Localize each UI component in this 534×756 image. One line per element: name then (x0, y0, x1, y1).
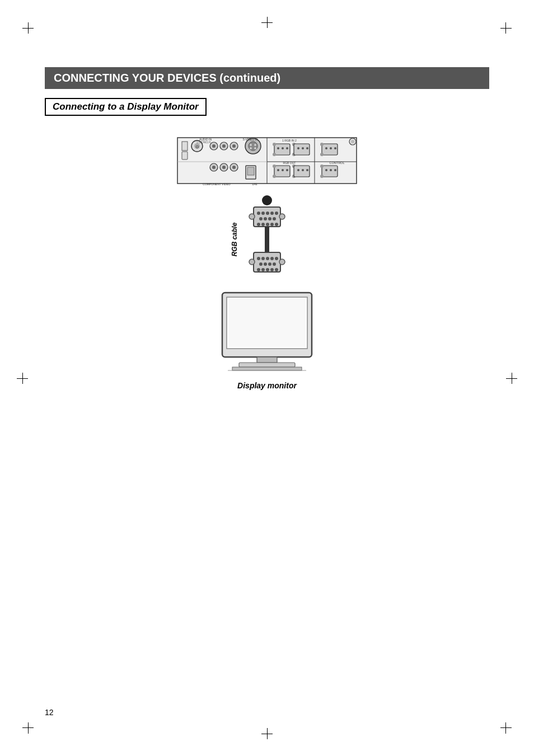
svg-rect-114 (228, 299, 306, 347)
svg-rect-49 (274, 166, 290, 177)
svg-point-21 (232, 166, 236, 169)
svg-rect-44 (294, 144, 310, 155)
svg-text:⊙: ⊙ (195, 144, 199, 149)
monitor-caption: Display monitor (237, 381, 297, 390)
svg-point-84 (264, 217, 267, 220)
illustration-wrapper: ⊙ (155, 135, 379, 390)
svg-point-81 (270, 212, 274, 215)
svg-point-37 (273, 143, 276, 146)
svg-point-90 (270, 223, 274, 226)
svg-text:LFE: LFE (252, 182, 257, 186)
svg-point-54 (286, 169, 288, 171)
svg-rect-57 (294, 166, 310, 177)
svg-point-92 (249, 214, 255, 219)
svg-point-25 (254, 144, 256, 146)
svg-point-106 (261, 268, 265, 271)
svg-point-79 (261, 212, 265, 215)
svg-rect-62 (322, 144, 338, 155)
rgb-cable-svg (245, 195, 289, 284)
sub-title: Connecting to a Display Monitor (53, 101, 199, 112)
svg-rect-6 (182, 152, 188, 159)
svg-point-58 (297, 169, 299, 171)
svg-point-88 (261, 223, 265, 226)
svg-point-72 (330, 169, 332, 171)
svg-point-89 (266, 223, 269, 226)
svg-point-80 (266, 212, 269, 215)
svg-point-83 (259, 217, 263, 220)
svg-point-40 (282, 147, 284, 149)
svg-point-108 (270, 268, 274, 271)
svg-point-39 (277, 147, 279, 149)
svg-point-86 (273, 217, 276, 220)
svg-text:1        RGB IN        2: 1 RGB IN 2 (282, 139, 297, 142)
svg-point-46 (302, 147, 304, 149)
svg-point-91 (275, 223, 278, 226)
svg-point-70 (320, 175, 324, 178)
svg-point-71 (325, 169, 327, 171)
svg-point-85 (268, 217, 271, 220)
svg-rect-29 (247, 167, 254, 175)
svg-point-82 (275, 212, 278, 215)
svg-point-59 (302, 169, 304, 171)
svg-point-41 (286, 147, 288, 149)
svg-point-110 (249, 259, 255, 265)
svg-point-99 (270, 257, 274, 260)
main-title: CONNECTING YOUR DEVICES (continued) (54, 72, 280, 84)
svg-rect-116 (239, 363, 295, 367)
svg-point-97 (261, 257, 265, 260)
svg-point-93 (279, 214, 285, 219)
svg-point-51 (273, 175, 276, 178)
svg-point-63 (320, 143, 324, 146)
svg-point-15 (232, 144, 236, 148)
svg-point-100 (275, 257, 278, 260)
svg-point-111 (279, 259, 285, 265)
svg-point-102 (264, 262, 267, 266)
sub-header: Connecting to a Display Monitor (45, 98, 207, 116)
svg-point-19 (222, 166, 226, 169)
svg-point-47 (306, 147, 308, 149)
svg-point-103 (268, 262, 271, 266)
svg-point-66 (330, 147, 332, 149)
svg-point-73 (334, 169, 336, 171)
svg-text:COMPONENT  VIDEO: COMPONENT VIDEO (203, 182, 230, 186)
svg-point-87 (257, 223, 260, 226)
rgb-cable-label: RGB cable (231, 223, 238, 257)
main-header: CONNECTING YOUR DEVICES (continued) (45, 67, 489, 89)
svg-text:S-VIDEO IN: S-VIDEO IN (243, 138, 258, 141)
svg-point-69 (320, 165, 324, 168)
svg-text:CONTROL: CONTROL (330, 161, 345, 165)
svg-point-24 (250, 144, 252, 146)
svg-point-38 (273, 153, 276, 156)
svg-point-109 (275, 268, 278, 271)
content-area: ⊙ (45, 135, 489, 390)
svg-point-65 (325, 147, 327, 149)
monitor-svg (211, 290, 323, 377)
svg-text:RGB OUT: RGB OUT (283, 161, 296, 165)
svg-rect-5 (182, 142, 188, 151)
svg-rect-115 (257, 357, 277, 363)
svg-rect-36 (274, 144, 290, 155)
page-number: 12 (45, 708, 54, 717)
svg-point-23 (249, 142, 257, 151)
svg-point-78 (257, 212, 260, 215)
svg-rect-94 (265, 227, 269, 252)
svg-rect-117 (232, 367, 302, 370)
svg-point-76 (262, 195, 272, 205)
svg-point-104 (273, 262, 276, 266)
svg-point-101 (259, 262, 263, 266)
svg-rect-68 (322, 166, 338, 177)
svg-point-50 (273, 165, 276, 168)
svg-point-45 (297, 147, 299, 149)
svg-point-26 (250, 147, 252, 149)
svg-point-13 (222, 144, 226, 148)
svg-point-27 (254, 147, 256, 149)
svg-point-107 (266, 268, 269, 271)
svg-text:L  (MONO)  R: L (MONO) R (196, 141, 211, 144)
svg-point-17 (212, 166, 216, 169)
svg-point-52 (277, 169, 279, 171)
rgb-cable-wrapper: RGB cable (211, 195, 323, 284)
svg-point-98 (266, 257, 269, 260)
device-panel-illustration: ⊙ (172, 135, 362, 188)
svg-point-53 (282, 169, 284, 171)
svg-point-75 (351, 140, 354, 143)
